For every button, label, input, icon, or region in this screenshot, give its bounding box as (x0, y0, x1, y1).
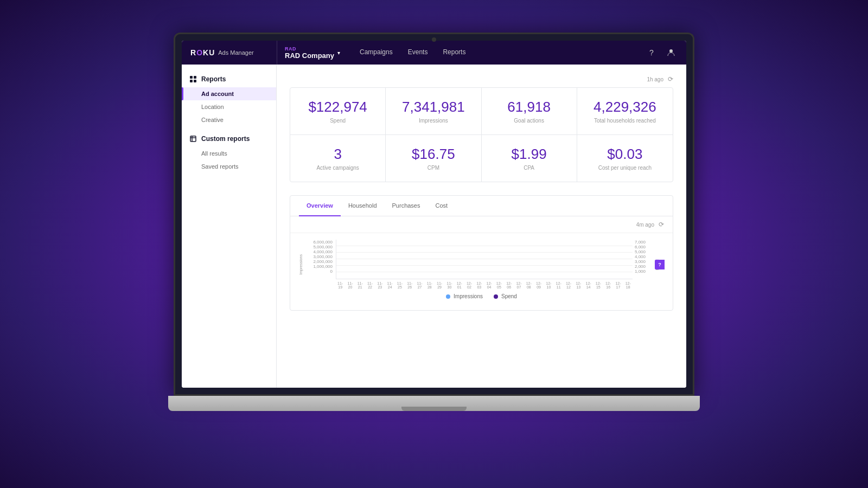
main-content: 1h ago ⟳ $122,974 Spend 7,341,981 Impres… (277, 65, 686, 388)
bars-area: 11-1911-2011-2111-2211-2311-2411-2511-26… (336, 240, 633, 289)
x-label: 11-21 (356, 281, 365, 289)
x-label: 12-01 (455, 281, 464, 289)
chart-legend: Impressions Spend (299, 289, 664, 301)
x-label: 12-17 (614, 281, 622, 289)
nav-campaigns[interactable]: Campaigns (352, 41, 400, 65)
company-info: RAD RAD Company (285, 46, 337, 60)
nav-events[interactable]: Events (400, 41, 436, 65)
user-icon-button[interactable] (665, 46, 678, 59)
refresh-row: 1h ago ⟳ (290, 75, 673, 83)
sidebar-item-all-results[interactable]: All results (182, 147, 276, 160)
chart-tab-cost[interactable]: Cost (428, 196, 456, 216)
chart-tab-purchases[interactable]: Purchases (385, 196, 428, 216)
x-label: 11-30 (445, 281, 454, 289)
sidebar-item-location[interactable]: Location (182, 100, 276, 113)
y-label-r-7k: 7,000 (633, 240, 654, 245)
stat-households-label: Total households reached (590, 118, 660, 124)
x-label: 11-23 (375, 281, 384, 289)
x-label: 12-06 (505, 281, 513, 289)
svg-rect-5 (190, 136, 196, 142)
y-label-4m: 4,000,000 (309, 249, 336, 254)
grid-line-2 (336, 265, 633, 266)
x-label: 12-14 (584, 281, 592, 289)
chevron-down-icon: ▾ (337, 50, 340, 56)
svg-rect-4 (194, 80, 196, 82)
x-label: 11-26 (405, 281, 414, 289)
sidebar-reports-label: Reports (201, 75, 226, 83)
sidebar-item-ad-account[interactable]: Ad account (182, 87, 276, 100)
nav-reports[interactable]: Reports (435, 41, 473, 65)
refresh-icon[interactable]: ⟳ (668, 75, 673, 83)
laptop-base (168, 396, 700, 411)
x-label: 12-12 (564, 281, 573, 289)
legend-impressions-label: Impressions (454, 293, 483, 299)
company-selector[interactable]: RAD RAD Company ▾ (277, 41, 348, 65)
chart-refresh-icon[interactable]: ⟳ (659, 221, 664, 228)
x-label: 11-24 (385, 281, 394, 289)
y-label-r-1k: 1,000 (633, 269, 654, 274)
x-label: 12-13 (574, 281, 583, 289)
chart-section: Overview Household Purchases Cost 4m ago… (290, 195, 673, 311)
x-label: 11-20 (346, 281, 354, 289)
x-label: 12-11 (554, 281, 563, 289)
stat-cost-unique: $0.03 Cost per unique reach (577, 135, 673, 182)
grid-line-5 (336, 246, 633, 246)
x-label: 12-07 (514, 281, 523, 289)
stat-cpa-value: $1.99 (495, 146, 564, 163)
y-label-6m: 6,000,000 (309, 240, 336, 245)
svg-point-0 (669, 49, 673, 53)
y-axis-left: 6,000,000 5,000,000 4,000,000 3,000,000 … (309, 240, 336, 289)
svg-rect-3 (190, 80, 193, 82)
sidebar-reports-header: Reports (182, 71, 276, 87)
stat-cpa: $1.99 CPA (482, 135, 577, 182)
x-label: 11-22 (366, 281, 374, 289)
grid-line-1 (336, 272, 633, 272)
y-label-2m: 2,000,000 (309, 259, 336, 264)
x-label: 11-19 (336, 281, 344, 289)
stat-goal-actions: 61,918 Goal actions (482, 88, 577, 135)
laptop: ROKU Ads Manager RAD RAD Company ▾ Campa… (168, 33, 700, 455)
chart-refresh-time: 4m ago (636, 222, 654, 228)
legend-spend-label: Spend (501, 293, 517, 299)
stats-grid: $122,974 Spend 7,341,981 Impressions 61,… (290, 87, 673, 182)
stat-goal-actions-value: 61,918 (495, 99, 564, 115)
sidebar-item-saved-reports[interactable]: Saved reports (182, 160, 276, 173)
help-icon-button[interactable]: ? (645, 46, 658, 59)
custom-reports-icon (189, 135, 197, 143)
y-label-3m: 3,000,000 (309, 254, 336, 259)
header-nav: Campaigns Events Reports (348, 41, 636, 65)
legend-spend-dot (494, 294, 498, 299)
company-tag: RAD (285, 46, 337, 52)
y-label-1m: 1,000,000 (309, 264, 336, 269)
x-label: 12-08 (525, 281, 533, 289)
chart-tab-household[interactable]: Household (341, 196, 385, 216)
screen: ROKU Ads Manager RAD RAD Company ▾ Campa… (182, 41, 686, 388)
y-label-r-5k: 5,000 (633, 249, 654, 254)
chart-tab-overview[interactable]: Overview (299, 196, 341, 216)
stat-cost-unique-label: Cost per unique reach (590, 165, 660, 171)
stat-active-campaigns-value: 3 (303, 146, 372, 163)
y-axis-left-label: Impressions (299, 240, 308, 289)
sidebar-custom-reports-label: Custom reports (201, 135, 250, 143)
chart-header: 4m ago ⟳ (290, 216, 673, 233)
x-label: 12-15 (594, 281, 603, 289)
x-label: 12-16 (604, 281, 612, 289)
help-bubble[interactable]: ? (655, 260, 665, 269)
legend-impressions: Impressions (446, 293, 483, 299)
sidebar-item-creative[interactable]: Creative (182, 113, 276, 126)
stat-spend-label: Spend (303, 118, 372, 124)
header-actions: ? (636, 46, 686, 59)
x-label: 11-27 (415, 281, 424, 289)
x-label: 12-05 (495, 281, 503, 289)
legend-impressions-dot (446, 294, 450, 299)
roku-logo: ROKU (190, 48, 215, 57)
stat-active-campaigns: 3 Active campaigns (290, 135, 386, 182)
chart-area: Impressions 6,000,000 5,000,000 4,000,00… (290, 233, 673, 310)
ads-manager-text: Ads Manager (218, 49, 253, 56)
x-label: 12-02 (465, 281, 474, 289)
stat-impressions-label: Impressions (399, 118, 468, 124)
svg-rect-2 (194, 76, 196, 79)
x-label: 12-10 (544, 281, 553, 289)
y-label-r-4k: 4,000 (633, 254, 654, 259)
app-header: ROKU Ads Manager RAD RAD Company ▾ Campa… (182, 41, 686, 65)
